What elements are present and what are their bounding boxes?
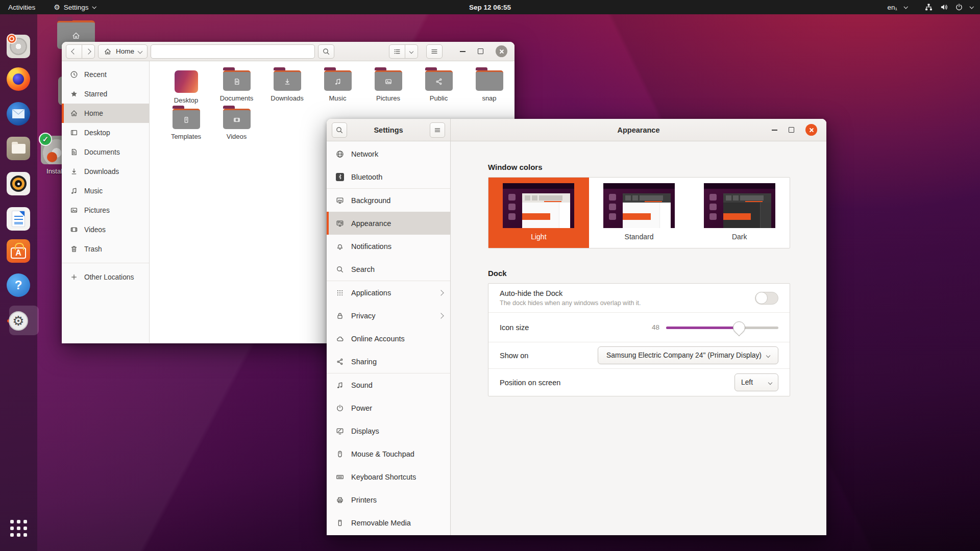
- dock-item-libreoffice-writer[interactable]: [6, 206, 31, 232]
- home-icon: [71, 31, 81, 40]
- forward-button[interactable]: [82, 44, 95, 59]
- folder-documents[interactable]: Documents: [211, 69, 262, 108]
- show-applications-icon: [10, 520, 27, 537]
- sidebar-item-home[interactable]: Home: [62, 104, 149, 123]
- nav-item-appearance[interactable]: Appearance: [327, 212, 450, 235]
- folder-public[interactable]: Public: [413, 69, 464, 108]
- nav-item-background[interactable]: Background: [327, 189, 450, 212]
- clock[interactable]: Sep 12 06:55: [0, 4, 980, 11]
- mouse-icon: [336, 450, 344, 458]
- sidebar-item-downloads[interactable]: Downloads: [62, 162, 149, 181]
- settings-menu-button[interactable]: [430, 122, 445, 138]
- theme-option-standard[interactable]: Standard: [589, 178, 690, 248]
- nav-item-mouse-touchpad[interactable]: Mouse & Touchpad: [327, 442, 450, 465]
- nav-item-search[interactable]: Search: [327, 258, 450, 281]
- nav-item-bluetooth[interactable]: Bluetooth: [327, 165, 450, 188]
- slider-handle[interactable]: [733, 321, 745, 334]
- maximize-button[interactable]: [478, 48, 483, 54]
- dock-item-rhythmbox[interactable]: [6, 171, 31, 196]
- folder-music[interactable]: Music: [312, 69, 363, 108]
- chevron-right-icon: [85, 48, 91, 54]
- folder-templates[interactable]: Templates: [161, 108, 211, 146]
- close-icon: [499, 49, 504, 54]
- chevron-down-icon: [766, 353, 770, 357]
- menu-button[interactable]: [426, 44, 443, 59]
- trash-icon: [70, 245, 78, 253]
- nav-item-printers[interactable]: Printers: [327, 488, 450, 511]
- system-tray[interactable]: en₁: [887, 3, 980, 11]
- theme-option-dark[interactable]: Dark: [689, 178, 790, 248]
- folder-downloads[interactable]: Downloads: [262, 69, 312, 108]
- path-entry[interactable]: [151, 44, 315, 59]
- folder-icon: [324, 70, 352, 91]
- sidebar-item-other-locations[interactable]: Other Locations: [62, 267, 149, 287]
- dock-item-ubuntu-software[interactable]: A: [6, 238, 31, 264]
- lock-icon: [336, 312, 344, 320]
- search-button[interactable]: [318, 44, 334, 59]
- show-on-dropdown[interactable]: Samsung Electric Company 24" (Primary Di…: [598, 346, 778, 364]
- nav-item-sharing[interactable]: Sharing: [327, 350, 450, 373]
- dock-item-ubuntu-installer[interactable]: [6, 34, 31, 59]
- folder-videos[interactable]: Videos: [211, 108, 262, 146]
- dark-theme-preview-icon: [704, 183, 775, 228]
- toggle-knob: [755, 292, 768, 304]
- nav-item-notifications[interactable]: Notifications: [327, 235, 450, 258]
- position-label: Position on screen: [500, 379, 560, 387]
- search-icon: [335, 126, 344, 134]
- folder-icon: [425, 70, 453, 91]
- sidebar-item-desktop[interactable]: Desktop: [62, 123, 149, 142]
- show-on-label: Show on: [500, 352, 528, 360]
- nav-item-sound[interactable]: Sound: [327, 373, 450, 396]
- close-button[interactable]: [496, 45, 507, 57]
- list-view-button[interactable]: [389, 44, 405, 59]
- settings-title: Settings: [374, 126, 403, 134]
- download-icon: [283, 78, 291, 86]
- sidebar-item-documents[interactable]: Documents: [62, 142, 149, 162]
- nav-item-power[interactable]: Power: [327, 396, 450, 419]
- dock-item-firefox[interactable]: [6, 66, 31, 92]
- folder-desktop[interactable]: Desktop: [161, 69, 211, 108]
- thunderbird-icon: [7, 102, 30, 126]
- autohide-subtitle: The dock hides when any windows overlap …: [500, 299, 641, 307]
- rhythmbox-icon: [7, 172, 30, 195]
- dock-item-files[interactable]: [6, 136, 31, 161]
- sidebar-item-pictures[interactable]: Pictures: [62, 201, 149, 220]
- check-badge-icon: ✓: [39, 133, 52, 146]
- dock-item-show-applications[interactable]: [6, 515, 31, 541]
- settings-gear-icon: ⚙: [9, 311, 28, 331]
- sidebar-item-videos[interactable]: Videos: [62, 220, 149, 239]
- folder-snap[interactable]: snap: [464, 69, 514, 108]
- back-button[interactable]: [66, 44, 82, 59]
- ubuntu-installer-icon: [7, 35, 30, 58]
- settings-window: Settings Network Bluetooth: [327, 119, 826, 535]
- dock-item-help[interactable]: ?: [6, 272, 31, 298]
- sidebar-item-music[interactable]: Music: [62, 181, 149, 201]
- dock-item-thunderbird[interactable]: [6, 101, 31, 127]
- dock-item-settings[interactable]: ⚙: [6, 308, 31, 334]
- theme-option-light[interactable]: Light: [488, 178, 589, 248]
- nav-item-privacy[interactable]: Privacy: [327, 304, 450, 327]
- desktop: Home Trash ✓ Install Home: [0, 0, 980, 551]
- help-icon: ?: [7, 273, 30, 297]
- sidebar-item-recent[interactable]: Recent: [62, 65, 149, 84]
- nav-item-applications[interactable]: Applications: [327, 281, 450, 304]
- film-icon: [233, 116, 241, 124]
- minimize-button[interactable]: [460, 51, 465, 52]
- settings-search-button[interactable]: [332, 122, 347, 138]
- sidebar-item-trash[interactable]: Trash: [62, 239, 149, 259]
- nav-item-network[interactable]: Network: [327, 142, 450, 165]
- keyboard-layout-indicator[interactable]: en₁: [887, 4, 897, 11]
- nav-item-online-accounts[interactable]: Online Accounts: [327, 327, 450, 350]
- sidebar-item-starred[interactable]: Starred: [62, 84, 149, 104]
- icon-size-slider[interactable]: [666, 321, 778, 334]
- view-options-button[interactable]: [405, 44, 418, 59]
- position-dropdown[interactable]: Left: [734, 373, 778, 391]
- autohide-toggle[interactable]: [755, 292, 778, 305]
- nav-item-keyboard-shortcuts[interactable]: Keyboard Shortcuts: [327, 465, 450, 488]
- nav-item-displays[interactable]: Displays: [327, 419, 450, 442]
- chevron-right-icon: [438, 290, 444, 295]
- music-note-icon: [70, 187, 78, 195]
- location-button[interactable]: Home: [98, 44, 148, 59]
- nav-item-removable-media[interactable]: Removable Media: [327, 511, 450, 534]
- folder-pictures[interactable]: Pictures: [363, 69, 413, 108]
